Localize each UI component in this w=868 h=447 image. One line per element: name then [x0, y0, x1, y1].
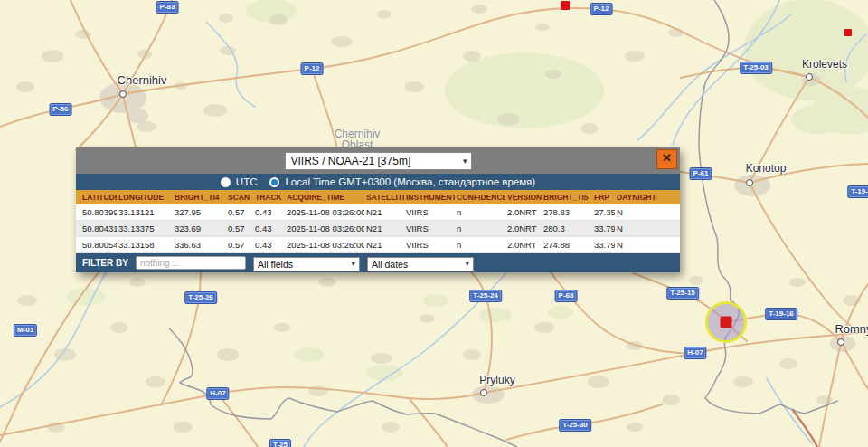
table-cell: 33.13121 — [117, 207, 173, 217]
local-time-radio[interactable] — [269, 177, 279, 187]
city-dot — [806, 73, 813, 81]
table-cell: 0.43 — [253, 224, 285, 233]
fire-info-popup: VIIRS / NOAA-21 [375m] ▾ ✕ UTC Local Tim… — [76, 147, 680, 272]
fire-marker[interactable] — [844, 29, 852, 36]
road-badge: T-19-15 — [847, 185, 868, 198]
road-badge: H-07 — [206, 387, 229, 400]
table-cell: 336.63 — [173, 240, 226, 250]
road-badge: P-61 — [690, 167, 712, 180]
table-cell: 2025-11-08 03:26:00 — [285, 207, 364, 217]
table-cell: N21 — [364, 224, 404, 233]
filter-bar: FILTER BY All fields ▾ All dates ▾ — [76, 253, 680, 272]
popup-titlebar: VIIRS / NOAA-21 [375m] ▾ ✕ — [76, 147, 680, 174]
table-cell: 33.13375 — [117, 224, 173, 233]
table-row: 50.8005433.13158336.630.570.432025-11-08… — [76, 237, 680, 253]
column-header: TRACK — [253, 193, 285, 202]
road-badge: P-56 — [50, 103, 72, 116]
road-badge: M-01 — [14, 324, 37, 337]
table-cell: 33.13158 — [117, 240, 173, 250]
table-cell: 0.43 — [253, 240, 285, 250]
column-header: BRIGHT_TI4 — [173, 193, 226, 202]
table-row: 50.8043133.13375323.690.570.432025-11-08… — [76, 221, 680, 237]
table-cell: 50.80431 — [80, 224, 117, 233]
table-cell: 274.88 — [542, 240, 592, 250]
table-cell: 2025-11-08 03:26:00 — [285, 224, 364, 233]
column-header: LONGITUDE — [117, 193, 173, 202]
utc-radio[interactable] — [221, 177, 231, 187]
city-label: Konotop — [746, 162, 787, 175]
road-badge: T-25 — [269, 439, 291, 447]
table-cell: 327.95 — [173, 207, 226, 217]
table-cell: VIIRS — [404, 224, 455, 233]
road-badge: T-25-30 — [559, 419, 591, 432]
city-label: Chernihiv — [118, 73, 167, 87]
table-cell: 33.79 — [592, 224, 615, 233]
table-cell: 0.43 — [253, 207, 285, 217]
table-cell: 50.80399 — [80, 207, 117, 217]
table-cell: 278.83 — [542, 207, 592, 217]
road-badge: T-19-16 — [765, 308, 797, 320]
table-cell: N — [615, 207, 678, 217]
road-badge: P-68 — [555, 290, 578, 302]
city-dot — [837, 338, 844, 346]
time-toggle-bar: UTC Local Time GMT+0300 (Москва, стандар… — [76, 174, 680, 190]
city-label: Romny — [835, 322, 868, 336]
city-label: Krolevets — [802, 58, 847, 71]
road-badge: P-83 — [156, 1, 179, 14]
table-cell: 280.3 — [542, 224, 592, 233]
table-cell: N — [615, 240, 678, 250]
column-header: ACQUIRE_TIME — [285, 193, 364, 202]
table-cell: n — [455, 240, 505, 250]
close-icon: ✕ — [662, 151, 672, 165]
city-label: Pryluky — [479, 374, 514, 386]
table-cell: N21 — [364, 240, 404, 250]
table-cell: 0.57 — [226, 224, 253, 233]
table-cell: 0.57 — [226, 240, 253, 250]
table-cell: N21 — [364, 207, 404, 217]
close-button[interactable]: ✕ — [656, 149, 677, 169]
table-cell: 323.69 — [173, 224, 226, 233]
road-badge: P-12 — [590, 3, 613, 15]
table-cell: 33.79 — [592, 240, 615, 250]
table-cell: VIIRS — [404, 207, 455, 217]
table-body: 50.8039933.13121327.950.570.432025-11-08… — [76, 204, 680, 253]
table-cell: N — [615, 224, 678, 233]
road-badge: P-12 — [301, 62, 324, 75]
table-cell: 2.0NRT — [505, 240, 542, 250]
filter-field-select[interactable]: All fields — [253, 257, 360, 271]
detections-table: LATITUDELONGITUDEBRIGHT_TI4SCANTRACKACQU… — [76, 190, 680, 253]
table-cell: n — [455, 207, 505, 217]
city-dot — [480, 389, 487, 396]
fire-marker[interactable] — [561, 1, 570, 10]
table-cell: 2025-11-08 03:26:00 — [285, 240, 364, 250]
fire-marker-square — [721, 317, 732, 328]
map[interactable]: Chernihiv Oblast P-83P-12P-12T-25-03P-56… — [0, 0, 868, 447]
column-header: INSTRUMENT — [404, 193, 455, 202]
column-header: CONFIDENCE — [455, 193, 505, 202]
local-time-label: Local Time GMT+0300 (Москва, стандартное… — [285, 176, 535, 187]
layer-select[interactable]: VIIRS / NOAA-21 [375m] — [285, 152, 472, 170]
road-badge: T-25-26 — [184, 291, 217, 304]
road-badge: T-25-15 — [666, 287, 699, 300]
selected-fire-marker[interactable] — [705, 301, 747, 343]
city-dot — [746, 179, 753, 186]
table-cell: VIIRS — [404, 240, 455, 250]
column-header: SATELLITE — [364, 193, 404, 202]
filter-by-label: FILTER BY — [82, 258, 128, 268]
column-header: DAYNIGHT — [615, 193, 678, 202]
column-header: LATITUDE — [80, 193, 117, 202]
table-cell: 27.35 — [592, 207, 615, 217]
filter-text-input[interactable] — [136, 256, 246, 270]
road-badge: T-25-24 — [469, 290, 502, 302]
table-header-row: LATITUDELONGITUDEBRIGHT_TI4SCANTRACKACQU… — [76, 190, 680, 204]
table-cell: 50.80054 — [80, 240, 117, 250]
table-cell: 2.0NRT — [505, 207, 542, 217]
filter-date-select[interactable]: All dates — [367, 257, 474, 271]
table-cell: 2.0NRT — [505, 224, 542, 233]
column-header: SCAN — [226, 193, 253, 202]
road-badge: T-25-03 — [740, 62, 772, 74]
column-header: FRP — [592, 193, 615, 202]
column-header: BRIGHT_TI5 — [542, 193, 592, 202]
table-row: 50.8039933.13121327.950.570.432025-11-08… — [76, 204, 680, 221]
utc-label: UTC — [236, 176, 258, 187]
